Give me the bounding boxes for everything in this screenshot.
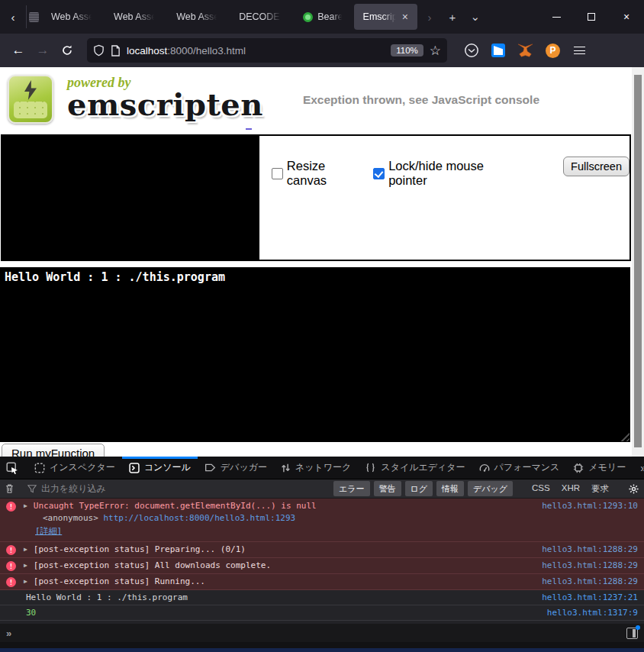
expand-caret-icon[interactable]: ▶ [24,502,27,509]
shield-permissions-icon[interactable] [93,44,105,56]
scroll-tabs-left-button[interactable]: ‹ [0,11,26,24]
level-filter-buttons: エラー 警告 ログ 情報 デバッグ [333,481,513,496]
tab-web-assembly-1[interactable]: Web Asse [42,4,103,30]
run-myfunction-button[interactable]: Run myFunction [2,444,105,457]
source-location-link[interactable]: hello3.html:1288:29 [542,544,638,554]
new-tab-button[interactable]: + [441,11,464,24]
list-tabs-button[interactable]: ⌄ [464,10,487,24]
split-console-icon[interactable] [626,628,638,639]
error-details-link[interactable]: [詳細] [35,526,62,536]
filter-warnings-button[interactable]: 警告 [374,481,401,496]
console-icon [129,463,140,473]
filter-debug-button[interactable]: デバッグ [468,481,513,496]
source-location-link[interactable]: hello3.html:1293:10 [542,501,638,511]
filter-logs-button[interactable]: ログ [405,481,433,496]
devtools-tab-debugger[interactable]: デバッガー [198,457,274,479]
partial-tab-favicon [29,12,39,22]
source-location-link[interactable]: hello3.html:1288:29 [542,560,638,570]
console-error-row[interactable]: ! ▶ [post-exception status] Running... h… [0,574,644,590]
filter-placeholder: 出力を絞り込み [41,483,106,495]
browser-window: ‹ Web Asse Web Asse Web Asse DECODE X Be… [0,0,644,652]
app-menu-button[interactable] [574,44,585,57]
forward-button[interactable]: → [31,38,55,63]
page-content: powered by emscripten Exception thrown, … [0,67,644,457]
page-scrollbar[interactable] [632,67,644,457]
tab-web-assembly-3[interactable]: Web Asse [167,4,228,30]
devtools-tab-performance[interactable]: パフォーマンス [472,457,567,479]
logo-keypad [14,102,47,118]
filter-css-button[interactable]: CSS [532,483,550,495]
page-scrollbar-thumb[interactable] [634,75,642,447]
tab-web-assembly-2[interactable]: Web Asse [105,4,166,30]
lock-pointer-checkbox[interactable] [373,168,385,179]
emscripten-header: powered by emscripten Exception thrown, … [0,67,644,133]
resize-canvas-checkbox[interactable] [272,168,283,179]
textarea-resize-grip[interactable] [619,431,630,441]
lock-pointer-row[interactable]: Lock/hide mouse pointer [373,159,523,188]
close-window-button[interactable]: × [609,0,644,34]
expand-caret-icon[interactable]: ▶ [24,546,27,553]
console-log-row[interactable]: 30 hello3.html:1317:9 [0,605,644,621]
console-log-row[interactable]: Hello World : 1 : ./this.program hello3.… [0,590,644,605]
source-location-link[interactable]: hello3.html:1317:9 [547,608,638,618]
devtools-tab-inspector[interactable]: インスペクター [27,457,122,479]
filter-xhr-button[interactable]: XHR [562,483,580,495]
filter-output-input[interactable]: 出力を絞り込み [27,483,320,495]
maximize-button[interactable] [574,0,609,34]
console-input-row[interactable]: » [0,624,644,642]
console-error-block[interactable]: ! ▶ Uncaught TypeError: document.getElem… [0,499,644,542]
metamask-fox-icon[interactable] [517,44,533,58]
lightning-bolt-icon [24,80,37,100]
more-tabs-button[interactable]: » [633,457,644,479]
console-error-row[interactable]: ! ▶ [post-exception status] All download… [0,558,644,574]
tab-decode[interactable]: DECODE X [230,4,292,30]
devtools-tab-memory[interactable]: メモリー [566,457,633,479]
devtools-tab-style-editor[interactable]: スタイルエディター [358,457,472,479]
source-location-link[interactable]: hello3.html:1237:21 [542,592,638,602]
game-canvas[interactable] [2,136,259,260]
brand-title: emscripten [67,91,263,118]
tab-emscripten-active[interactable]: Emscrip × [354,4,417,30]
scroll-tabs-right-button[interactable]: › [418,11,441,24]
console-settings-gear-icon[interactable] [628,483,639,495]
expand-caret-icon[interactable]: ▶ [24,562,27,569]
pick-element-icon [6,462,18,474]
devtools-bottom-fill [0,642,644,648]
error-message: Uncaught TypeError: document.getElementB… [34,501,534,511]
filter-errors-button[interactable]: エラー [333,481,370,496]
partial-tab[interactable] [26,5,41,28]
pocket-icon[interactable] [464,43,479,58]
tab-close-icon[interactable]: × [402,11,408,23]
stack-frame-url-link[interactable]: http://localhost:8000/hello3.html:1293 [103,513,295,523]
devtools-tab-console[interactable]: コンソール [122,457,198,479]
tiny-link-underscore[interactable] [246,128,252,130]
console-error-row[interactable]: ! ▶ [post-exception status] Preparing...… [0,542,644,558]
inspector-icon [34,463,45,473]
url-text[interactable]: localhost:8000/hello3.html [127,45,385,56]
bookmark-star-icon[interactable]: ☆ [430,43,441,59]
filter-info-button[interactable]: 情報 [436,481,464,496]
fullscreen-button[interactable]: Fullscreen [563,157,630,176]
clear-console-trash-icon[interactable] [5,483,14,494]
blue-extension-icon[interactable] [491,44,505,57]
devtools-tab-bar: インスペクター コンソール デバッガー ネットワー [0,457,644,479]
memory-chip-icon [573,463,584,473]
zoom-level-badge[interactable]: 110% [391,44,423,56]
devtools-tab-network[interactable]: ネットワーク [274,457,358,479]
navigation-bar: ← → localhost:8000/hello3.html 110% ☆ [0,34,644,67]
filter-requests-button[interactable]: 要求 [591,483,609,495]
minimize-button[interactable] [539,0,574,34]
url-bar[interactable]: localhost:8000/hello3.html 110% ☆ [87,38,447,63]
source-location-link[interactable]: hello3.html:1288:29 [542,576,638,586]
pick-element-button[interactable] [0,457,24,479]
orange-p-extension-icon[interactable]: P [546,44,560,58]
page-info-icon[interactable] [111,45,121,56]
resize-canvas-row[interactable]: Resize canvas [272,159,367,188]
reload-icon [61,44,73,56]
reload-button[interactable] [55,38,79,63]
back-button[interactable]: ← [6,38,31,63]
tab-bearer[interactable]: Beare [294,4,352,30]
output-textarea[interactable]: Hello World : 1 : ./this.program [0,267,630,442]
lock-pointer-label: Lock/hide mouse pointer [388,159,523,188]
expand-caret-icon[interactable]: ▶ [24,578,27,585]
